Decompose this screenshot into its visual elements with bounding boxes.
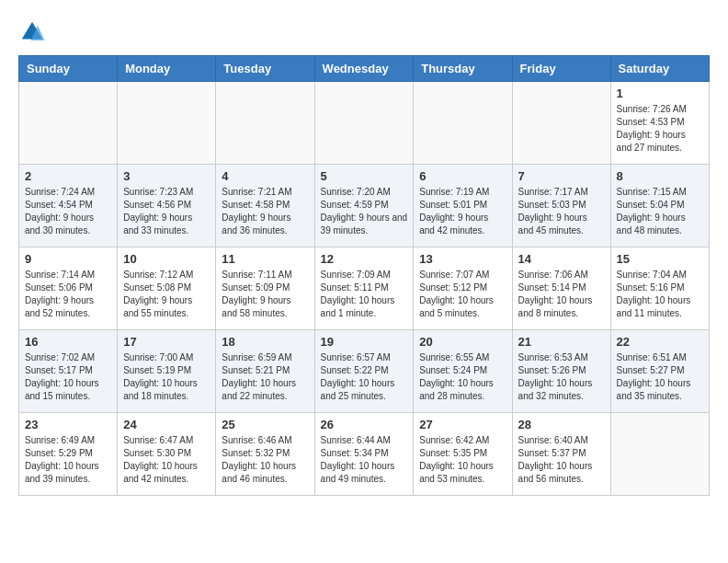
calendar-week-row: 23Sunrise: 6:49 AM Sunset: 5:29 PM Dayli… [19,413,710,496]
day-number: 12 [321,252,408,266]
calendar-day-cell [216,82,314,165]
calendar-day-cell: 15Sunrise: 7:04 AM Sunset: 5:16 PM Dayli… [610,247,709,330]
calendar-day-cell: 7Sunrise: 7:17 AM Sunset: 5:03 PM Daylig… [512,165,610,247]
day-number: 7 [518,169,605,183]
calendar-day-cell [512,82,610,165]
calendar-day-cell: 23Sunrise: 6:49 AM Sunset: 5:29 PM Dayli… [19,413,118,496]
logo-icon [18,18,46,46]
day-number: 4 [222,169,308,183]
day-info: Sunrise: 7:23 AM Sunset: 4:56 PM Dayligh… [123,186,210,237]
day-number: 17 [123,335,210,349]
day-number: 19 [321,335,408,349]
day-info: Sunrise: 6:55 AM Sunset: 5:24 PM Dayligh… [419,351,506,403]
logo [18,18,50,46]
calendar-week-row: 2Sunrise: 7:24 AM Sunset: 4:54 PM Daylig… [19,165,710,247]
day-info: Sunrise: 7:17 AM Sunset: 5:03 PM Dayligh… [518,186,605,237]
day-info: Sunrise: 6:59 AM Sunset: 5:21 PM Dayligh… [222,351,308,403]
calendar-header-row: SundayMondayTuesdayWednesdayThursdayFrid… [19,56,710,82]
calendar-week-row: 9Sunrise: 7:14 AM Sunset: 5:06 PM Daylig… [19,247,710,330]
calendar-day-cell: 24Sunrise: 6:47 AM Sunset: 5:30 PM Dayli… [118,413,216,496]
day-of-week-header: Wednesday [314,56,414,82]
calendar-day-cell: 27Sunrise: 6:42 AM Sunset: 5:35 PM Dayli… [414,413,512,496]
day-number: 21 [518,335,605,349]
day-number: 27 [419,418,506,431]
calendar-day-cell: 22Sunrise: 6:51 AM Sunset: 5:27 PM Dayli… [610,330,709,413]
calendar-day-cell: 19Sunrise: 6:57 AM Sunset: 5:22 PM Dayli… [314,330,414,413]
day-info: Sunrise: 6:49 AM Sunset: 5:29 PM Dayligh… [25,434,111,486]
day-info: Sunrise: 7:20 AM Sunset: 4:59 PM Dayligh… [321,186,408,237]
day-number: 6 [419,169,506,183]
day-number: 2 [25,169,111,183]
day-number: 22 [617,335,703,349]
day-info: Sunrise: 7:04 AM Sunset: 5:16 PM Dayligh… [617,269,703,320]
day-number: 25 [222,418,308,431]
day-number: 16 [25,335,111,349]
calendar-day-cell: 10Sunrise: 7:12 AM Sunset: 5:08 PM Dayli… [118,247,216,330]
calendar-day-cell: 26Sunrise: 6:44 AM Sunset: 5:34 PM Dayli… [314,413,414,496]
day-of-week-header: Saturday [610,56,709,82]
day-number: 26 [321,418,408,431]
day-of-week-header: Thursday [414,56,512,82]
calendar-day-cell: 5Sunrise: 7:20 AM Sunset: 4:59 PM Daylig… [314,165,414,247]
calendar-day-cell: 11Sunrise: 7:11 AM Sunset: 5:09 PM Dayli… [216,247,314,330]
day-info: Sunrise: 7:14 AM Sunset: 5:06 PM Dayligh… [25,269,111,320]
calendar-day-cell: 12Sunrise: 7:09 AM Sunset: 5:11 PM Dayli… [314,247,414,330]
day-number: 20 [419,335,506,349]
day-info: Sunrise: 6:42 AM Sunset: 5:35 PM Dayligh… [419,434,506,486]
day-info: Sunrise: 6:51 AM Sunset: 5:27 PM Dayligh… [617,351,703,403]
day-info: Sunrise: 7:21 AM Sunset: 4:58 PM Dayligh… [222,186,308,237]
day-info: Sunrise: 6:40 AM Sunset: 5:37 PM Dayligh… [518,434,605,486]
calendar-day-cell: 18Sunrise: 6:59 AM Sunset: 5:21 PM Dayli… [216,330,314,413]
calendar-day-cell [118,82,216,165]
day-info: Sunrise: 7:26 AM Sunset: 4:53 PM Dayligh… [617,103,703,155]
day-info: Sunrise: 7:12 AM Sunset: 5:08 PM Dayligh… [123,269,210,320]
day-of-week-header: Friday [512,56,610,82]
calendar-day-cell: 3Sunrise: 7:23 AM Sunset: 4:56 PM Daylig… [118,165,216,247]
day-of-week-header: Tuesday [216,56,314,82]
day-number: 9 [25,252,111,266]
calendar-day-cell: 2Sunrise: 7:24 AM Sunset: 4:54 PM Daylig… [19,165,118,247]
calendar-day-cell: 8Sunrise: 7:15 AM Sunset: 5:04 PM Daylig… [610,165,709,247]
day-of-week-header: Sunday [19,56,118,82]
day-number: 24 [123,418,210,431]
day-number: 18 [222,335,308,349]
day-info: Sunrise: 7:07 AM Sunset: 5:12 PM Dayligh… [419,269,506,320]
calendar-day-cell [19,82,118,165]
calendar-day-cell: 6Sunrise: 7:19 AM Sunset: 5:01 PM Daylig… [414,165,512,247]
header [18,18,710,46]
day-info: Sunrise: 7:11 AM Sunset: 5:09 PM Dayligh… [222,269,308,320]
day-number: 8 [617,169,703,183]
day-info: Sunrise: 6:53 AM Sunset: 5:26 PM Dayligh… [518,351,605,403]
calendar-day-cell: 25Sunrise: 6:46 AM Sunset: 5:32 PM Dayli… [216,413,314,496]
day-number: 23 [25,418,111,431]
calendar-day-cell [610,413,709,496]
day-info: Sunrise: 7:06 AM Sunset: 5:14 PM Dayligh… [518,269,605,320]
calendar-week-row: 1Sunrise: 7:26 AM Sunset: 4:53 PM Daylig… [19,82,710,165]
calendar-day-cell: 1Sunrise: 7:26 AM Sunset: 4:53 PM Daylig… [610,82,709,165]
day-number: 3 [123,169,210,183]
calendar-day-cell [414,82,512,165]
calendar-day-cell: 20Sunrise: 6:55 AM Sunset: 5:24 PM Dayli… [414,330,512,413]
day-info: Sunrise: 7:19 AM Sunset: 5:01 PM Dayligh… [419,186,506,237]
day-number: 15 [617,252,703,266]
day-of-week-header: Monday [118,56,216,82]
calendar: SundayMondayTuesdayWednesdayThursdayFrid… [18,55,710,496]
day-info: Sunrise: 7:00 AM Sunset: 5:19 PM Dayligh… [123,351,210,403]
calendar-week-row: 16Sunrise: 7:02 AM Sunset: 5:17 PM Dayli… [19,330,710,413]
day-number: 13 [419,252,506,266]
day-number: 11 [222,252,308,266]
day-info: Sunrise: 6:46 AM Sunset: 5:32 PM Dayligh… [222,434,308,486]
calendar-day-cell: 13Sunrise: 7:07 AM Sunset: 5:12 PM Dayli… [414,247,512,330]
calendar-day-cell: 28Sunrise: 6:40 AM Sunset: 5:37 PM Dayli… [512,413,610,496]
day-info: Sunrise: 7:24 AM Sunset: 4:54 PM Dayligh… [25,186,111,237]
day-number: 28 [518,418,605,431]
day-number: 1 [617,86,703,100]
calendar-day-cell: 14Sunrise: 7:06 AM Sunset: 5:14 PM Dayli… [512,247,610,330]
day-info: Sunrise: 7:15 AM Sunset: 5:04 PM Dayligh… [617,186,703,237]
calendar-day-cell: 9Sunrise: 7:14 AM Sunset: 5:06 PM Daylig… [19,247,118,330]
calendar-day-cell [314,82,414,165]
day-info: Sunrise: 7:02 AM Sunset: 5:17 PM Dayligh… [25,351,111,403]
calendar-day-cell: 21Sunrise: 6:53 AM Sunset: 5:26 PM Dayli… [512,330,610,413]
day-info: Sunrise: 6:47 AM Sunset: 5:30 PM Dayligh… [123,434,210,486]
calendar-day-cell: 17Sunrise: 7:00 AM Sunset: 5:19 PM Dayli… [118,330,216,413]
